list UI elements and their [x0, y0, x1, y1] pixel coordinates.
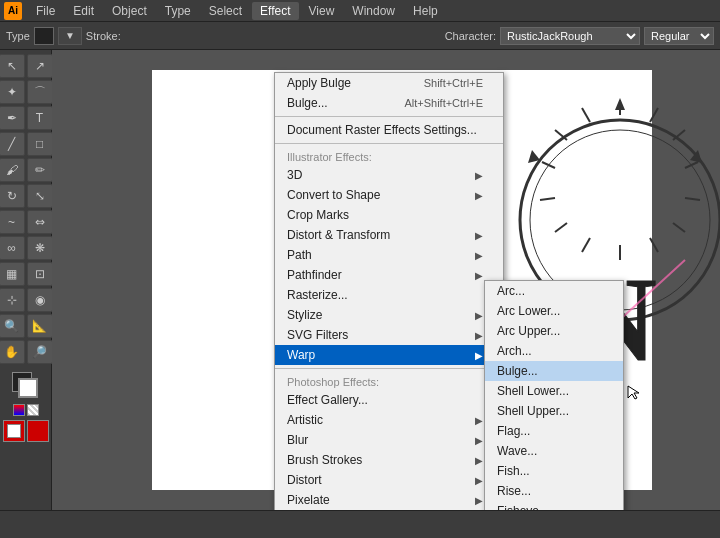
stroke-icon[interactable]: ▼ — [58, 27, 82, 45]
select-tool[interactable]: ↖ — [0, 54, 25, 78]
scale-tool[interactable]: ⤡ — [27, 184, 53, 208]
menu-file[interactable]: File — [28, 2, 63, 20]
pencil-tool[interactable]: ✏ — [27, 158, 53, 182]
pen-tool[interactable]: ✒ — [0, 106, 25, 130]
stroke-icon-symbol: ▼ — [65, 30, 75, 41]
menu-item-pixelate[interactable]: Pixelate▶ — [275, 490, 503, 510]
direct-select-tool[interactable]: ↗ — [27, 54, 53, 78]
blend-tool[interactable]: ∞ — [0, 236, 25, 260]
style-select[interactable]: Regular — [644, 27, 714, 45]
svg-line-8 — [650, 238, 658, 252]
character-label: Character: — [445, 30, 496, 42]
svg-line-12 — [540, 198, 555, 200]
main-area: ↖ ↗ ✦ ⌒ ✒ T ╱ □ 🖌 ✏ ↻ ⤡ ~ ⇔ ∞ ❋ — [0, 50, 720, 510]
menu-edit[interactable]: Edit — [65, 2, 102, 20]
menu-select[interactable]: Select — [201, 2, 250, 20]
eraser-tool[interactable]: ◉ — [27, 288, 53, 312]
svg-line-15 — [582, 108, 590, 122]
toolbar-row: Type ▼ Stroke: Character: RusticJackRoug… — [0, 22, 720, 50]
menu-view[interactable]: View — [301, 2, 343, 20]
menu-type[interactable]: Type — [157, 2, 199, 20]
lasso-tool[interactable]: ⌒ — [27, 80, 53, 104]
svg-marker-18 — [615, 98, 625, 110]
color-box-red[interactable] — [3, 420, 25, 442]
type-tool[interactable]: T — [27, 106, 53, 130]
stroke-label: Stroke: — [86, 30, 121, 42]
warp-tool[interactable]: ~ — [0, 210, 25, 234]
left-toolbar: ↖ ↗ ✦ ⌒ ✒ T ╱ □ 🖌 ✏ ↻ ⤡ ~ ⇔ ∞ ❋ — [0, 50, 52, 510]
svg-line-7 — [673, 223, 685, 232]
svg-line-11 — [555, 223, 567, 232]
svg-text:N: N — [570, 253, 657, 386]
svg-line-13 — [542, 162, 555, 168]
menu-help[interactable]: Help — [405, 2, 446, 20]
zoom-tool[interactable]: 🔎 — [27, 340, 53, 364]
rect-tool[interactable]: □ — [27, 132, 53, 156]
measure-tool[interactable]: 📐 — [27, 314, 53, 338]
rotate-tool[interactable]: ↻ — [0, 184, 25, 208]
gradient-swatch[interactable] — [13, 404, 25, 416]
font-select[interactable]: RusticJackRough — [500, 27, 640, 45]
hand-tool[interactable]: ✋ — [0, 340, 25, 364]
svg-line-3 — [650, 108, 658, 122]
color-box-red2[interactable] — [27, 420, 49, 442]
width-tool[interactable]: ⇔ — [27, 210, 53, 234]
artboard-tool[interactable]: ⊡ — [27, 262, 53, 286]
symbol-tool[interactable]: ❋ — [27, 236, 53, 260]
canvas-area: N Apply Bulge Shift+Ctrl+E Bulge... Alt+… — [52, 50, 720, 510]
type-label: Type — [6, 30, 30, 42]
none-swatch[interactable] — [27, 404, 39, 416]
column-graph-tool[interactable]: ▦ — [0, 262, 25, 286]
stroke-swatch[interactable] — [18, 378, 38, 398]
menu-bar: Ai File Edit Object Type Select Effect V… — [0, 0, 720, 22]
slice-tool[interactable]: ⊹ — [0, 288, 25, 312]
svg-line-6 — [685, 198, 700, 200]
menu-window[interactable]: Window — [344, 2, 403, 20]
app-logo: Ai — [4, 2, 22, 20]
line-tool[interactable]: ╱ — [0, 132, 25, 156]
svg-line-5 — [685, 162, 698, 168]
svg-line-10 — [582, 238, 590, 252]
warp-fisheye[interactable]: Fisheye... — [485, 501, 623, 510]
menu-effect[interactable]: Effect — [252, 2, 298, 20]
color-swatch[interactable] — [34, 27, 54, 45]
menu-object[interactable]: Object — [104, 2, 155, 20]
bottom-toolbar — [0, 510, 720, 538]
paintbrush-tool[interactable]: 🖌 — [0, 158, 25, 182]
canvas-artwork: N — [510, 60, 720, 440]
magic-wand-tool[interactable]: ✦ — [0, 80, 25, 104]
eyedropper-tool[interactable]: 🔍 — [0, 314, 25, 338]
